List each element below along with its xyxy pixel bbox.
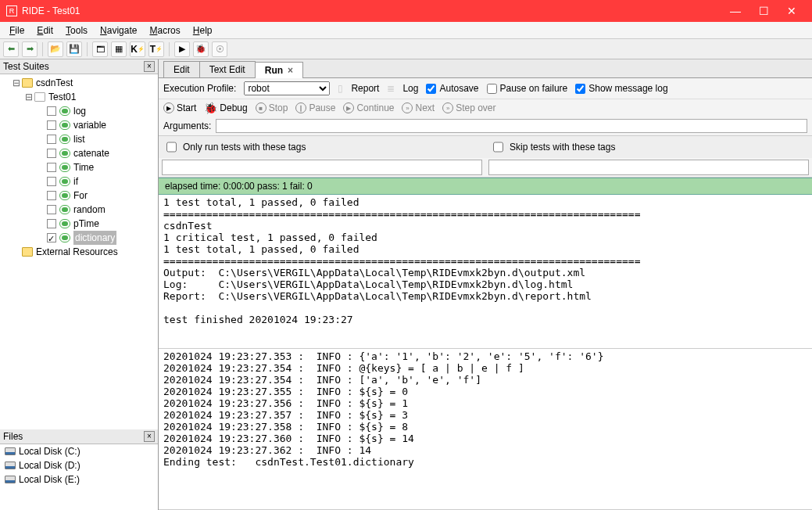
tree-test-item[interactable]: For <box>73 189 88 203</box>
message-log-console[interactable]: 20201024 19:23:27.353 : INFO : {'a': '1'… <box>159 349 812 510</box>
open-button[interactable]: 📂 <box>48 41 63 57</box>
files-close[interactable]: × <box>144 431 155 442</box>
maximize-button[interactable]: ☐ <box>749 5 778 17</box>
test-checkbox[interactable] <box>47 149 56 158</box>
test-checkbox[interactable] <box>47 233 56 242</box>
window-title: RIDE - Test01 <box>22 5 721 16</box>
test-checkbox[interactable] <box>47 205 56 214</box>
test-suites-close[interactable]: × <box>144 61 155 72</box>
debug-button[interactable]: 🐞Debug <box>204 102 247 114</box>
app-icon: R <box>6 5 17 16</box>
test-checkbox[interactable] <box>47 106 56 116</box>
files-header: Files × <box>0 429 158 444</box>
tree-test-item[interactable]: Time <box>73 160 94 174</box>
close-icon[interactable]: × <box>288 65 293 76</box>
show-log-checkbox[interactable]: Show message log <box>575 83 667 94</box>
tree-test-item[interactable]: pTime <box>73 217 99 231</box>
menu-tools[interactable]: Tools <box>59 23 94 38</box>
tree-test-item[interactable]: catenate <box>73 146 109 160</box>
robot-icon <box>59 191 70 200</box>
pause-button[interactable]: ∥Pause <box>295 102 335 113</box>
toolbar: ⬅ ➡ 📂 💾 🗔 ▦ K⚡ T⚡ ▶ 🐞 ⦿ <box>0 39 812 59</box>
tab-run[interactable]: Run× <box>255 62 303 78</box>
robot-icon <box>59 149 70 158</box>
run-button[interactable]: ▶ <box>174 41 190 57</box>
tab-edit[interactable]: Edit <box>163 61 200 77</box>
test-checkbox[interactable] <box>47 219 56 228</box>
skip-tags-input[interactable] <box>488 160 809 175</box>
continue-button[interactable]: ▶Continue <box>343 102 394 113</box>
tree-test-item[interactable]: variable <box>73 118 106 132</box>
test-checkbox[interactable] <box>47 163 56 172</box>
test-checkbox[interactable] <box>47 135 56 144</box>
robot-icon <box>59 135 70 144</box>
debug-button[interactable]: 🐞 <box>193 41 209 57</box>
only-tags-checkbox[interactable] <box>166 139 177 155</box>
autosave-checkbox[interactable]: Autosave <box>426 83 478 94</box>
grid-button[interactable]: ▦ <box>111 41 127 57</box>
menu-macros[interactable]: Macros <box>143 23 186 38</box>
arguments-label: Arguments: <box>163 120 211 131</box>
preview-button[interactable]: 🗔 <box>92 41 108 57</box>
start-button[interactable]: ▶Start <box>163 102 196 113</box>
test-tree[interactable]: ⊟csdnTest ⊟Test01 logvariablelistcatenat… <box>0 74 158 429</box>
menu-edit[interactable]: Edit <box>30 23 59 38</box>
robot-icon <box>59 106 70 116</box>
tree-test-item[interactable]: dictionary <box>73 231 116 245</box>
tree-test-item[interactable]: list <box>73 132 85 146</box>
minimize-button[interactable]: — <box>721 5 749 17</box>
robot-icon <box>59 120 70 130</box>
tree-suite[interactable]: Test01 <box>48 90 76 104</box>
back-button[interactable]: ⬅ <box>3 41 19 57</box>
next-button[interactable]: »Next <box>402 102 435 113</box>
save-button[interactable]: 💾 <box>66 41 82 57</box>
disk-icon <box>5 476 16 483</box>
menu-help[interactable]: Help <box>187 23 219 38</box>
menu-navigate[interactable]: Navigate <box>94 23 143 38</box>
output-console[interactable]: 1 test total, 1 passed, 0 failed =======… <box>159 195 812 349</box>
external-resources[interactable]: External Resources <box>36 245 118 259</box>
disk-icon <box>5 447 16 455</box>
forward-button[interactable]: ➡ <box>22 41 38 57</box>
menu-file[interactable]: File <box>3 23 30 38</box>
tab-text-edit[interactable]: Text Edit <box>199 61 256 77</box>
close-button[interactable]: ✕ <box>778 5 806 17</box>
report-link[interactable]: Report <box>351 83 379 94</box>
robot-icon <box>59 177 70 186</box>
test-suites-label: Test Suites <box>3 61 49 72</box>
profile-select[interactable]: robot <box>244 81 330 95</box>
editor-tabs: Edit Text Edit Run× <box>159 59 812 78</box>
tree-test-item[interactable]: random <box>73 203 106 217</box>
file-icon <box>34 92 45 102</box>
stop-button[interactable]: ■Stop <box>256 102 288 113</box>
tags-row: Only run tests with these tags Skip test… <box>159 135 812 178</box>
test-checkbox[interactable] <box>47 177 56 186</box>
skip-tags-label: Skip tests with these tags <box>510 142 615 153</box>
tree-test-item[interactable]: log <box>73 104 86 118</box>
files-pane[interactable]: Local Disk (C:)Local Disk (D:)Local Disk… <box>0 444 158 510</box>
folder-icon <box>22 78 33 88</box>
expand-icon[interactable]: ⊟ <box>25 90 33 104</box>
tree-test-item[interactable]: if <box>73 174 78 189</box>
test-checkbox[interactable] <box>47 120 56 130</box>
skip-tags-checkbox[interactable] <box>493 139 503 155</box>
expand-icon[interactable]: ⊟ <box>13 76 20 90</box>
tree-root[interactable]: csdnTest <box>36 76 73 90</box>
arguments-input[interactable] <box>216 119 807 133</box>
test-checkbox[interactable] <box>47 191 56 200</box>
only-tags-input[interactable] <box>162 160 482 175</box>
keyword-button[interactable]: K⚡ <box>130 41 145 57</box>
testcase-button[interactable]: T⚡ <box>148 41 164 57</box>
disk-label[interactable]: Local Disk (E:) <box>19 474 80 485</box>
disk-icon <box>5 462 16 469</box>
arguments-row: Arguments: <box>159 117 812 135</box>
title-bar: R RIDE - Test01 — ☐ ✕ <box>0 0 812 22</box>
profile-label: Execution Profile: <box>163 83 236 94</box>
status-bar: elapsed time: 0:00:00 pass: 1 fail: 0 <box>159 178 812 195</box>
stepover-button[interactable]: »Step over <box>442 102 495 113</box>
pause-on-failure-checkbox[interactable]: Pause on failure <box>487 83 568 94</box>
disk-label[interactable]: Local Disk (D:) <box>19 460 80 471</box>
stop-button[interactable]: ⦿ <box>212 41 227 57</box>
disk-label[interactable]: Local Disk (C:) <box>19 446 80 457</box>
log-link[interactable]: Log <box>402 83 418 94</box>
